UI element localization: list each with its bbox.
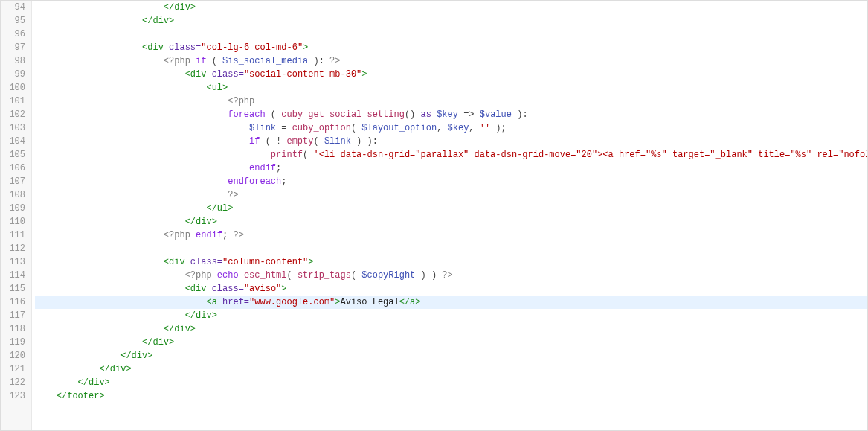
line-number: 105 [1, 148, 25, 162]
token-ws [35, 297, 206, 307]
token-str: "column-content" [222, 257, 308, 267]
code-line[interactable]: <a href="www.google.com">Aviso Legal</a> [35, 296, 867, 309]
code-line[interactable]: <?php echo esc_html( strip_tags( $copyRi… [35, 269, 867, 282]
token-tag: <a [206, 297, 222, 307]
code-line[interactable]: </div> [35, 215, 867, 229]
token-tag: <div [185, 69, 212, 80]
token-str: "col-lg-6 col-md-6" [201, 42, 303, 53]
token-punct: ; [222, 230, 233, 240]
line-number: 111 [1, 229, 25, 242]
code-line[interactable]: </div> [35, 376, 867, 389]
token-ws [35, 83, 206, 93]
line-number: 97 [1, 41, 25, 54]
code-line[interactable]: ?> [35, 188, 867, 202]
token-ws [35, 364, 99, 374]
code-line[interactable]: </ul> [35, 202, 867, 215]
code-line[interactable]: </div> [35, 1, 867, 14]
code-line[interactable]: endforeach; [35, 175, 867, 188]
token-ws [35, 284, 185, 294]
token-str: '<li data-dsn-grid="parallax" data-dsn-g… [313, 150, 867, 160]
token-txt: Aviso Legal [340, 297, 399, 307]
code-line[interactable]: </footer> [35, 389, 867, 403]
token-kw: endif [196, 230, 222, 240]
token-ws [35, 176, 228, 187]
code-editor[interactable]: 9495969798991001011021031041051061071081… [0, 0, 868, 431]
code-area[interactable]: </div> </div> <div class="col-lg-6 col-m… [32, 1, 867, 430]
code-line[interactable]: foreach ( cuby_get_social_setting() as $… [35, 108, 867, 121]
token-ws [35, 16, 142, 26]
token-var: $link [324, 136, 351, 147]
token-punct: => [458, 109, 480, 120]
line-number: 117 [1, 309, 25, 322]
code-line[interactable]: <div class="social-content mb-30"> [35, 68, 867, 81]
code-line[interactable] [35, 242, 867, 255]
token-kw: if [196, 56, 206, 66]
token-ws [35, 324, 164, 334]
code-line[interactable]: </div> [35, 349, 867, 363]
token-punct: = [276, 123, 292, 133]
token-tag: > [281, 284, 286, 294]
token-php: <?php [185, 270, 217, 281]
token-kw: if [249, 136, 260, 147]
token-fn: esc_html [244, 270, 287, 281]
token-punct: ( [351, 123, 361, 133]
token-var: $key [437, 109, 458, 120]
token-punct: ); [490, 123, 507, 133]
token-php: ?> [233, 230, 243, 240]
code-line[interactable]: </div> [35, 336, 867, 349]
line-number: 109 [1, 202, 25, 215]
token-tag: </div> [185, 310, 217, 321]
code-line[interactable]: <?php [35, 95, 867, 108]
code-line[interactable]: <div class="col-lg-6 col-md-6"> [35, 41, 867, 54]
token-ws [35, 270, 185, 281]
token-tag: > [361, 69, 367, 80]
token-punct: ( ! [260, 136, 286, 147]
token-ws [35, 203, 206, 214]
token-ws [35, 42, 142, 53]
token-fn: cuby_option [292, 123, 351, 133]
token-ws [35, 2, 164, 13]
code-line[interactable]: endif; [35, 162, 867, 175]
line-number: 119 [1, 336, 25, 349]
code-line[interactable]: printf( '<li data-dsn-grid="parallax" da… [35, 148, 867, 162]
token-ws [35, 150, 271, 160]
code-line[interactable]: </div> [35, 14, 867, 28]
code-line[interactable]: $link = cuby_option( $layout_option, $ke… [35, 121, 867, 135]
code-line[interactable]: <div class="column-content"> [35, 255, 867, 269]
line-number: 98 [1, 54, 25, 68]
token-var: $link [249, 123, 276, 133]
token-punct: , [437, 123, 447, 133]
token-tag: </div> [78, 377, 110, 388]
line-number: 123 [1, 389, 25, 403]
code-line[interactable]: </div> [35, 322, 867, 336]
token-punct: () [405, 109, 421, 120]
line-number: 95 [1, 14, 25, 28]
token-var: $is_social_media [222, 56, 308, 66]
token-attr: class= [169, 42, 201, 53]
token-ws [35, 391, 57, 401]
line-number: 113 [1, 255, 25, 269]
code-line[interactable]: </div> [35, 309, 867, 322]
token-ws [35, 96, 228, 106]
token-fn: empty [286, 136, 313, 147]
code-line[interactable]: <ul> [35, 81, 867, 95]
token-ws [35, 351, 120, 361]
code-line[interactable]: <?php endif; ?> [35, 229, 867, 242]
token-fn: printf [271, 150, 303, 160]
line-number: 102 [1, 108, 25, 121]
line-number: 112 [1, 242, 25, 255]
token-str: "www.google.com" [249, 297, 335, 307]
token-kw: echo [217, 270, 239, 281]
token-punct: ; [276, 163, 281, 173]
token-ws [35, 337, 142, 348]
code-line[interactable]: <?php if ( $is_social_media ): ?> [35, 54, 867, 68]
token-attr: class= [190, 257, 222, 267]
code-line[interactable]: if ( ! empty( $link ) ): [35, 135, 867, 148]
token-str: '' [480, 123, 490, 133]
token-tag: </div> [164, 324, 196, 334]
code-line[interactable] [35, 28, 867, 41]
code-line[interactable]: <div class="aviso"> [35, 282, 867, 296]
line-number: 118 [1, 322, 25, 336]
code-line[interactable]: </div> [35, 363, 867, 376]
token-str: "social-content mb-30" [244, 69, 361, 80]
